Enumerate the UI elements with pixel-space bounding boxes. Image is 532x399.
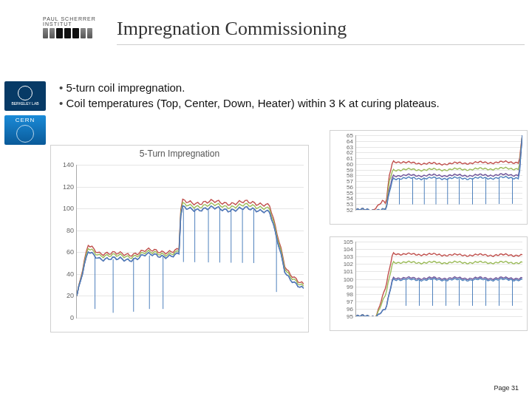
y-tick-label: 58 — [337, 172, 353, 179]
y-tick-label: 102 — [337, 261, 353, 267]
y-tick-label: 52 — [337, 207, 353, 214]
berkeley-lab-label: BERKELEY LAB — [11, 102, 38, 106]
title-underline — [117, 44, 525, 45]
y-tick-label: 60 — [55, 248, 74, 256]
y-tick-label: 99 — [337, 283, 353, 290]
y-tick-label: 80 — [55, 227, 74, 234]
plot-area: 5253545556575859606162636465 — [355, 135, 522, 211]
y-tick-label: 56 — [337, 183, 353, 190]
y-tick-label: 57 — [337, 178, 353, 185]
y-tick-label: 100 — [337, 276, 353, 282]
y-tick-label: 0 — [55, 314, 74, 321]
chart-zoom-100: 9596979899100101102103104105 — [330, 236, 528, 331]
y-tick-label: 65 — [337, 132, 353, 139]
y-tick-label: 96 — [337, 305, 353, 312]
psi-logo-bars — [43, 28, 109, 38]
y-tick-label: 95 — [337, 313, 353, 320]
y-tick-label: 60 — [337, 160, 353, 167]
y-tick-label: 120 — [55, 183, 74, 191]
y-tick-label: 64 — [337, 137, 353, 144]
berkeley-lab-badge: BERKELEY LAB — [4, 81, 46, 111]
chart-title: 5-Turn Impregnation — [51, 146, 308, 159]
page-title: Impregnation Commissioning — [117, 18, 347, 40]
page-label: Page — [494, 384, 509, 392]
y-tick-label: 62 — [337, 149, 353, 156]
footer: Page 31 — [494, 384, 519, 392]
chart-zoom-60: 5253545556575859606162636465 — [330, 130, 528, 225]
plot-area: 020406080100120140 — [76, 165, 304, 318]
bullet-item: 5-turn coil impregnation. — [59, 81, 517, 94]
y-tick-label: 97 — [337, 298, 353, 304]
y-tick-label: 55 — [337, 189, 353, 196]
cern-badge: CERN — [4, 115, 46, 145]
psi-logo-text: PAUL SCHERRER INSTITUT — [43, 16, 109, 27]
y-tick-label: 54 — [337, 195, 353, 202]
psi-logo: PAUL SCHERRER INSTITUT — [43, 16, 109, 38]
y-tick-label: 98 — [337, 290, 353, 297]
bullet-list: 5-turn coil impregnation. Coil temperatu… — [59, 81, 517, 112]
y-tick-label: 63 — [337, 143, 353, 150]
y-tick-label: 59 — [337, 166, 353, 173]
y-tick-label: 100 — [55, 205, 74, 212]
plot-area: 9596979899100101102103104105 — [355, 242, 522, 317]
page-number: 31 — [511, 384, 519, 392]
chart-main: 5-Turn Impregnation 020406080100120140 — [50, 145, 309, 332]
y-tick-label: 20 — [55, 292, 74, 299]
y-tick-label: 61 — [337, 155, 353, 162]
slide: PAUL SCHERRER INSTITUT Impregnation Comm… — [0, 0, 532, 399]
y-tick-label: 105 — [337, 239, 353, 245]
bullet-item: Coil temperatures (Top, Center, Down, He… — [59, 97, 517, 109]
y-tick-label: 140 — [55, 161, 74, 168]
y-tick-label: 104 — [337, 246, 353, 253]
y-tick-label: 53 — [337, 201, 353, 208]
y-tick-label: 101 — [337, 268, 353, 275]
y-tick-label: 103 — [337, 253, 353, 260]
y-tick-label: 40 — [55, 270, 74, 278]
cern-label: CERN — [16, 117, 35, 124]
